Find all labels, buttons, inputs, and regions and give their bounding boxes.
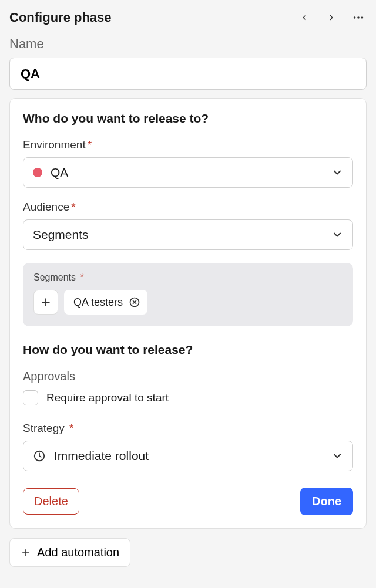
audience-select[interactable]: Segments bbox=[23, 219, 353, 250]
required-marker: * bbox=[78, 272, 84, 282]
more-button[interactable] bbox=[350, 9, 367, 26]
segment-chip-label: QA testers bbox=[73, 296, 123, 309]
required-marker: * bbox=[66, 422, 74, 434]
close-circle-icon bbox=[129, 296, 140, 308]
require-approval-label: Require approval to start bbox=[46, 391, 169, 404]
name-label: Name bbox=[9, 36, 367, 52]
require-approval-checkbox[interactable] bbox=[23, 390, 38, 405]
environment-label: Environment* bbox=[23, 138, 353, 151]
name-input[interactable] bbox=[9, 58, 367, 90]
chevron-down-icon bbox=[331, 450, 343, 462]
chevron-right-icon bbox=[327, 13, 335, 22]
clock-icon bbox=[33, 450, 46, 462]
plus-icon bbox=[21, 548, 31, 558]
how-section-title: How do you want to release? bbox=[23, 343, 353, 357]
header-actions bbox=[296, 9, 367, 26]
remove-segment-button[interactable] bbox=[129, 296, 140, 308]
environment-select[interactable]: QA bbox=[23, 157, 353, 188]
done-button[interactable]: Done bbox=[300, 488, 353, 515]
segments-label: Segments * bbox=[33, 272, 343, 283]
strategy-label-text: Strategy bbox=[23, 422, 65, 434]
strategy-label: Strategy * bbox=[23, 422, 353, 435]
audience-label: Audience* bbox=[23, 201, 353, 214]
strategy-select[interactable]: Immediate rollout bbox=[23, 441, 353, 471]
chevron-down-icon bbox=[331, 167, 343, 178]
more-horizontal-icon bbox=[352, 11, 365, 24]
next-button[interactable] bbox=[323, 9, 340, 26]
who-section-title: Who do you want to release to? bbox=[23, 111, 353, 126]
segment-chip: QA testers bbox=[64, 290, 147, 315]
svg-point-2 bbox=[361, 16, 364, 19]
svg-point-1 bbox=[357, 16, 360, 19]
add-segment-button[interactable] bbox=[33, 290, 58, 315]
environment-color-dot bbox=[33, 168, 42, 177]
panel-header: Configure phase bbox=[9, 9, 367, 26]
delete-button[interactable]: Delete bbox=[23, 488, 79, 515]
required-marker: * bbox=[71, 201, 75, 213]
chevron-down-icon bbox=[331, 229, 343, 241]
segments-box: Segments * QA testers bbox=[23, 263, 353, 326]
audience-label-text: Audience bbox=[23, 201, 69, 213]
plus-icon bbox=[40, 296, 52, 308]
chevron-left-icon bbox=[300, 13, 308, 22]
panel-title: Configure phase bbox=[9, 10, 112, 25]
prev-button[interactable] bbox=[296, 9, 313, 26]
config-card: Who do you want to release to? Environme… bbox=[9, 98, 367, 529]
add-automation-button[interactable]: Add automation bbox=[9, 538, 130, 567]
segments-chips: QA testers bbox=[33, 290, 343, 315]
svg-point-0 bbox=[354, 16, 356, 19]
required-marker: * bbox=[88, 138, 92, 151]
card-footer: Delete Done bbox=[23, 488, 353, 515]
environment-label-text: Environment bbox=[23, 138, 86, 151]
approvals-checkbox-row: Require approval to start bbox=[23, 390, 353, 405]
strategy-value: Immediate rollout bbox=[54, 449, 149, 463]
approvals-label: Approvals bbox=[23, 370, 353, 383]
segments-label-text: Segments bbox=[33, 272, 76, 282]
add-automation-label: Add automation bbox=[37, 546, 119, 559]
audience-value: Segments bbox=[33, 228, 89, 242]
environment-value: QA bbox=[51, 165, 68, 180]
